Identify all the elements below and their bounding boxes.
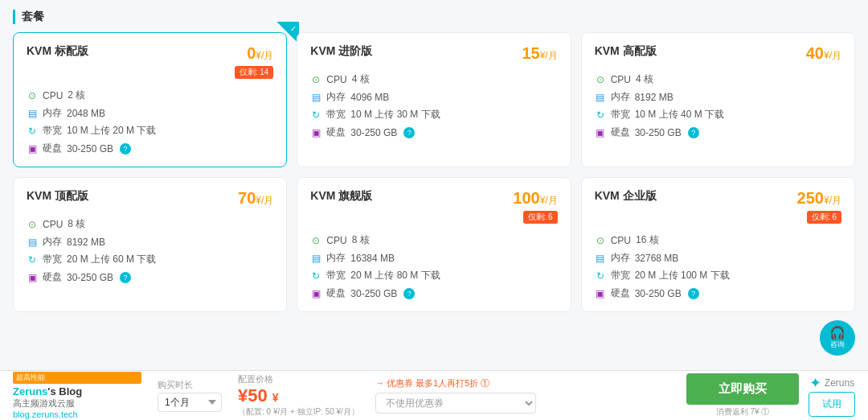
- card-price-block: 0¥/月 仅剩: 14: [235, 44, 274, 79]
- bw-value: 10 M 上传 20 M 下载: [67, 124, 156, 138]
- card-kvm-top[interactable]: KVM 顶配版 70¥/月 ⊙ CPU 8 核 ▤ 内存 8192 MB ↻ 带…: [13, 177, 287, 312]
- zeruns-logo: ✦ Zeruns: [809, 374, 854, 392]
- buy-button-wrapper: 立即购买 消费返利 7¥ ①: [686, 373, 799, 418]
- coupon-area: → 优惠券 最多1人再打5折 ① 不使用优惠券: [375, 377, 536, 414]
- disk-spec: ▣ 硬盘 30-250 GB ?: [310, 286, 557, 300]
- mem-label: 内存: [43, 106, 62, 120]
- disk-info-icon[interactable]: ?: [120, 272, 131, 283]
- bw-spec: ↻ 带宽 20 M 上传 60 M 下载: [27, 253, 273, 266]
- cpu-label: CPU: [43, 219, 63, 230]
- disk-label: 硬盘: [43, 270, 62, 284]
- disk-icon: ▣: [595, 127, 606, 138]
- cpu-spec: ⊙ CPU 4 核: [595, 72, 841, 86]
- cpu-label: CPU: [326, 74, 346, 85]
- card-price: 250¥/月: [797, 189, 841, 207]
- price-area: 配置价格 ¥50 ¥ （配置: 0 ¥/月 + 独立IP: 50 ¥/月）: [238, 373, 359, 418]
- cpu-label: CPU: [43, 90, 63, 101]
- disk-info-icon[interactable]: ?: [688, 288, 699, 299]
- bw-label: 带宽: [611, 269, 630, 282]
- mem-value: 8192 MB: [67, 237, 105, 248]
- disk-value: 30-250 GB: [635, 288, 682, 299]
- period-label: 购买时长: [158, 379, 193, 391]
- card-header: KVM 企业版 250¥/月 仅剩: 6: [595, 189, 841, 224]
- cpu-label: CPU: [326, 235, 346, 246]
- tax-note: 消费返利 7¥ ①: [686, 406, 799, 418]
- bw-icon: ↻: [310, 109, 321, 121]
- support-button[interactable]: 🎧 咨询: [820, 320, 855, 356]
- mem-value: 16384 MB: [350, 253, 395, 264]
- blog-name: Zeruns's Blog: [13, 385, 141, 397]
- cpu-icon: ⊙: [27, 219, 38, 230]
- card-name: KVM 企业版: [595, 189, 657, 204]
- price-display: ¥50 ¥: [238, 385, 279, 406]
- mem-value: 2048 MB: [67, 108, 105, 119]
- price-unit: ¥/月: [540, 195, 558, 206]
- cpu-label: CPU: [611, 235, 631, 246]
- price-unit: ¥/月: [824, 195, 841, 206]
- packages-grid: KVM 标配版 0¥/月 仅剩: 14 ⊙ CPU 2 核 ▤ 内存 2048 …: [13, 32, 855, 312]
- bw-icon: ↻: [595, 270, 606, 282]
- disk-spec: ▣ 硬盘 30-250 GB ?: [27, 142, 273, 155]
- mem-spec: ▤ 内存 8192 MB: [595, 90, 841, 104]
- selected-check: [276, 22, 299, 44]
- bw-icon: ↻: [27, 126, 38, 137]
- bw-label: 带宽: [326, 108, 346, 121]
- bw-label: 带宽: [326, 269, 346, 282]
- card-kvm-enterprise[interactable]: KVM 企业版 250¥/月 仅剩: 6 ⊙ CPU 16 核 ▤ 内存 327…: [581, 177, 855, 312]
- disk-value: 30-250 GB: [67, 143, 113, 154]
- card-kvm-advanced[interactable]: KVM 进阶版 15¥/月 ⊙ CPU 4 核 ▤ 内存 4096 MB ↻ 带…: [297, 32, 571, 167]
- mem-icon: ▤: [595, 253, 606, 264]
- buy-button[interactable]: 立即购买: [686, 373, 799, 405]
- support-label: 咨询: [830, 340, 845, 350]
- card-price: 15¥/月: [522, 44, 557, 62]
- bw-value: 20 M 上传 60 M 下载: [67, 253, 156, 266]
- disk-label: 硬盘: [611, 286, 630, 300]
- bw-value: 10 M 上传 40 M 下载: [635, 108, 724, 121]
- bw-spec: ↻ 带宽 10 M 上传 40 M 下载: [595, 108, 841, 121]
- card-name: KVM 标配版: [27, 44, 88, 59]
- disk-icon: ▣: [310, 288, 321, 299]
- bottom-bar: 超高性能 Zeruns's Blog 高主频游戏云服 blog.zeruns.t…: [0, 370, 868, 420]
- coupon-select[interactable]: 不使用优惠券: [375, 393, 536, 414]
- cpu-value: 4 核: [636, 72, 653, 86]
- disk-spec: ▣ 硬盘 30-250 GB ?: [27, 270, 273, 284]
- card-header: KVM 旗舰版 100¥/月 仅剩: 6: [310, 189, 557, 224]
- cpu-icon: ⊙: [310, 235, 321, 246]
- stock-badge: 仅剩: 14: [235, 66, 274, 79]
- card-price-block: 250¥/月 仅剩: 6: [797, 189, 841, 224]
- card-specs: ⊙ CPU 16 核 ▤ 内存 32768 MB ↻ 带宽 20 M 上传 10…: [595, 233, 841, 300]
- disk-info-icon[interactable]: ?: [403, 127, 415, 138]
- price-unit: ¥/月: [256, 195, 273, 206]
- disk-info-icon[interactable]: ?: [403, 288, 415, 299]
- trial-button[interactable]: 试用: [809, 392, 855, 417]
- bw-icon: ↻: [27, 254, 38, 266]
- card-kvm-high[interactable]: KVM 高配版 40¥/月 ⊙ CPU 4 核 ▤ 内存 8192 MB ↻ 带…: [581, 32, 855, 167]
- card-kvm-standard[interactable]: KVM 标配版 0¥/月 仅剩: 14 ⊙ CPU 2 核 ▤ 内存 2048 …: [13, 32, 287, 167]
- card-price: 70¥/月: [238, 189, 273, 207]
- mem-label: 内存: [326, 251, 346, 265]
- bw-label: 带宽: [43, 253, 62, 266]
- price-breakdown: （配置: 0 ¥/月 + 独立IP: 50 ¥/月）: [238, 406, 359, 418]
- mem-spec: ▤ 内存 32768 MB: [595, 251, 841, 265]
- disk-info-icon[interactable]: ?: [688, 127, 699, 138]
- card-price: 100¥/月: [513, 189, 557, 207]
- blog-url: blog.zeruns.tech: [13, 410, 141, 419]
- bw-value: 10 M 上传 30 M 下载: [350, 108, 440, 121]
- card-kvm-flagship[interactable]: KVM 旗舰版 100¥/月 仅剩: 6 ⊙ CPU 8 核 ▤ 内存 1638…: [297, 177, 571, 312]
- cpu-label: CPU: [611, 74, 631, 85]
- mem-icon: ▤: [27, 237, 38, 248]
- card-price-block: 40¥/月: [806, 44, 841, 63]
- cpu-value: 8 核: [68, 217, 85, 231]
- disk-label: 硬盘: [326, 286, 346, 300]
- trial-area: ✦ Zeruns 试用: [809, 374, 855, 417]
- cpu-spec: ⊙ CPU 4 核: [310, 72, 557, 86]
- main-content: 套餐 KVM 标配版 0¥/月 仅剩: 14 ⊙ CPU 2 核 ▤ 内存 20…: [0, 0, 868, 331]
- action-area: 立即购买 消费返利 7¥ ① ✦ Zeruns 试用: [686, 373, 855, 418]
- card-name: KVM 顶配版: [27, 189, 88, 204]
- period-select[interactable]: 1个月 3个月 6个月 12个月: [158, 393, 222, 412]
- cpu-icon: ⊙: [27, 90, 38, 101]
- cpu-icon: ⊙: [595, 74, 606, 85]
- disk-info-icon[interactable]: ?: [120, 143, 131, 154]
- mem-label: 内存: [43, 235, 62, 249]
- card-price-block: 100¥/月 仅剩: 6: [513, 189, 557, 224]
